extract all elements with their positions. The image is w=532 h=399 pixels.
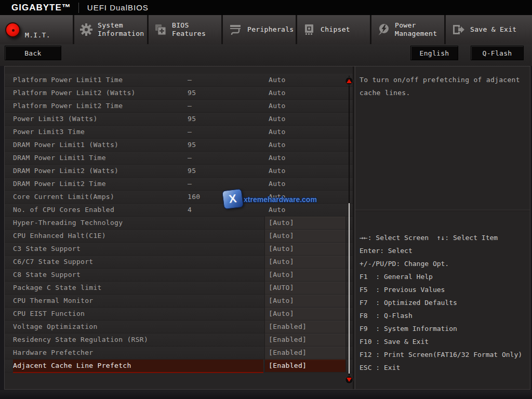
- setting-value-box[interactable]: [Auto]: [264, 230, 346, 242]
- settings-row[interactable]: Platform Power Limit1 Time–Auto: [5, 74, 353, 87]
- setting-value-box[interactable]: [Auto]: [264, 269, 346, 281]
- setting-value-box[interactable]: [Auto]: [264, 243, 346, 255]
- settings-row[interactable]: Residency State Regulation (RSR)[Enabled…: [5, 334, 353, 347]
- legend-list: →←: Select Screen ↑↓: Select ItemEnter: …: [355, 210, 530, 374]
- watermark-x-logo: X: [222, 189, 244, 209]
- setting-label: DRAM Power Limit1 Time: [13, 152, 106, 164]
- setting-current-value: 160: [188, 191, 200, 203]
- up-triangle-icon: [347, 79, 352, 83]
- setting-label: DRAM Power Limit2 (Watts): [13, 165, 118, 177]
- setting-current-value: –: [188, 152, 192, 164]
- toolbar: Back English Q-Flash: [0, 44, 532, 66]
- settings-row[interactable]: Power Limit3 Time–Auto: [5, 126, 353, 139]
- setting-value-box[interactable]: [Auto]: [264, 308, 346, 320]
- settings-row[interactable]: C6/C7 State Support[Auto]: [5, 256, 353, 269]
- settings-panel: Platform Power Limit1 Time–AutoPlatform …: [5, 66, 354, 389]
- setting-current-value: –: [188, 126, 192, 138]
- legend-line: F5 : Previous Values: [360, 283, 526, 296]
- tab-label: Save & Exit: [470, 25, 520, 34]
- settings-row[interactable]: Hardware Prefetcher[Enabled]: [5, 347, 353, 360]
- tab-peripherals[interactable]: Peripherals: [223, 15, 297, 44]
- settings-row[interactable]: CPU Enhanced Halt(C1E)[Auto]: [5, 230, 353, 243]
- settings-row[interactable]: Voltage Optimization[Enabled]: [5, 321, 353, 334]
- settings-row[interactable]: C3 State Support[Auto]: [5, 243, 353, 256]
- tab-power-management[interactable]: Power Management: [371, 15, 446, 44]
- tab-system-information[interactable]: System Information: [74, 15, 149, 44]
- mit-red-dial-icon: [5, 22, 20, 37]
- settings-row[interactable]: DRAM Power Limit2 (Watts)95Auto: [5, 165, 353, 178]
- watermark: X xtremehardware.com: [223, 190, 317, 208]
- settings-row[interactable]: CPU Thermal Monitor[Auto]: [5, 295, 353, 308]
- setting-value-box[interactable]: [Enabled]: [264, 334, 346, 346]
- language-button[interactable]: English: [410, 46, 458, 60]
- setting-value-box[interactable]: [Auto]: [264, 295, 346, 307]
- setting-value-box[interactable]: [Enabled]: [264, 347, 346, 359]
- setting-current-value: 95: [188, 139, 196, 151]
- tab-label: System Information: [98, 21, 147, 38]
- bios-title: UEFI DualBIOS: [87, 3, 149, 12]
- setting-label: Platform Power Limit1 Time: [13, 74, 123, 86]
- tab-bios-features[interactable]: BIOS Features: [149, 15, 223, 44]
- setting-value-box[interactable]: [Enabled]: [264, 321, 346, 333]
- scrollbar-thumb[interactable]: [349, 203, 350, 374]
- bottom-strip: [0, 390, 532, 399]
- settings-row[interactable]: Power Limit3 (Watts)95Auto: [5, 113, 353, 126]
- setting-label: Package C State limit: [13, 282, 102, 294]
- lightning-icon: [377, 23, 390, 36]
- setting-label: DRAM Power Limit1 (Watts): [13, 139, 118, 151]
- titlebar-divider: [78, 3, 79, 13]
- exit-door-icon: [451, 23, 466, 36]
- setting-label: Power Limit3 Time: [13, 126, 85, 138]
- settings-row[interactable]: C8 State Support[Auto]: [5, 269, 353, 282]
- tab-save-exit[interactable]: Save & Exit: [446, 15, 532, 44]
- settings-row[interactable]: DRAM Power Limit2 Time–Auto: [5, 178, 353, 191]
- legend-line: →←: Select Screen ↑↓: Select Item: [360, 231, 526, 244]
- setting-label: Platform Power Limit2 Time: [13, 100, 123, 112]
- settings-list: Platform Power Limit1 Time–AutoPlatform …: [5, 74, 353, 373]
- setting-current-value: –: [188, 100, 192, 112]
- setting-mode: Auto: [269, 74, 286, 86]
- title-bar: GIGABYTE™ UEFI DualBIOS: [0, 0, 532, 15]
- tab-mit[interactable]: M.I.T.: [0, 15, 74, 44]
- settings-row[interactable]: Platform Power Limit2 (Watts)95Auto: [5, 87, 353, 100]
- setting-label: DRAM Power Limit2 Time: [13, 178, 106, 190]
- settings-row[interactable]: Package C State limit[AUTO]: [5, 282, 353, 295]
- setting-value-box[interactable]: [AUTO]: [264, 282, 346, 294]
- qflash-button[interactable]: Q-Flash: [471, 46, 524, 60]
- back-button[interactable]: Back: [5, 46, 61, 60]
- setting-label: No. of CPU Cores Enabled: [13, 204, 114, 216]
- legend-line: F9 : System Information: [360, 322, 526, 335]
- legend-line: +/-/PU/PD: Change Opt.: [360, 257, 526, 270]
- settings-row[interactable]: CPU EIST Function[Auto]: [5, 308, 353, 321]
- setting-mode: Auto: [269, 139, 286, 151]
- setting-label: Adjacent Cache Line Prefetch: [13, 360, 131, 372]
- settings-row[interactable]: Hyper-Threading Technology[Auto]: [5, 217, 353, 230]
- settings-row[interactable]: Platform Power Limit2 Time–Auto: [5, 100, 353, 113]
- setting-value-box[interactable]: [Auto]: [264, 256, 346, 268]
- setting-value-box[interactable]: [Auto]: [264, 217, 346, 229]
- scroll-up-icon[interactable]: [345, 77, 353, 85]
- settings-row[interactable]: DRAM Power Limit1 (Watts)95Auto: [5, 139, 353, 152]
- tab-label: M.I.T.: [25, 31, 50, 44]
- setting-current-value: –: [188, 178, 192, 190]
- setting-mode: Auto: [269, 152, 286, 164]
- settings-row[interactable]: Adjacent Cache Line Prefetch[Enabled]: [5, 360, 353, 373]
- setting-value-box[interactable]: [Enabled]: [264, 360, 346, 372]
- setting-label: Platform Power Limit2 (Watts): [13, 87, 136, 99]
- settings-row[interactable]: DRAM Power Limit1 Time–Auto: [5, 152, 353, 165]
- tab-chipset[interactable]: Chipset: [297, 15, 371, 44]
- setting-label: CPU Thermal Monitor: [13, 295, 93, 307]
- setting-mode: Auto: [269, 165, 286, 177]
- uefi-bios-screen: { "titlebar": { "brand": "GIGABYTE™", "t…: [0, 0, 532, 399]
- setting-mode: Auto: [269, 113, 286, 125]
- legend-line: F10 : Save & Exit: [360, 335, 526, 348]
- setting-label: Core Current Limit(Amps): [13, 191, 114, 203]
- setting-label: Residency State Regulation (RSR): [13, 334, 148, 346]
- setting-label: C8 State Support: [13, 269, 81, 281]
- legend-line: ESC : Exit: [360, 361, 526, 374]
- gigabyte-logo: GIGABYTE™: [11, 3, 71, 13]
- scroll-down-icon[interactable]: [345, 376, 353, 384]
- setting-label: C3 State Support: [13, 243, 81, 255]
- setting-label: CPU EIST Function: [13, 308, 85, 320]
- setting-label: Hardware Prefetcher: [13, 347, 93, 359]
